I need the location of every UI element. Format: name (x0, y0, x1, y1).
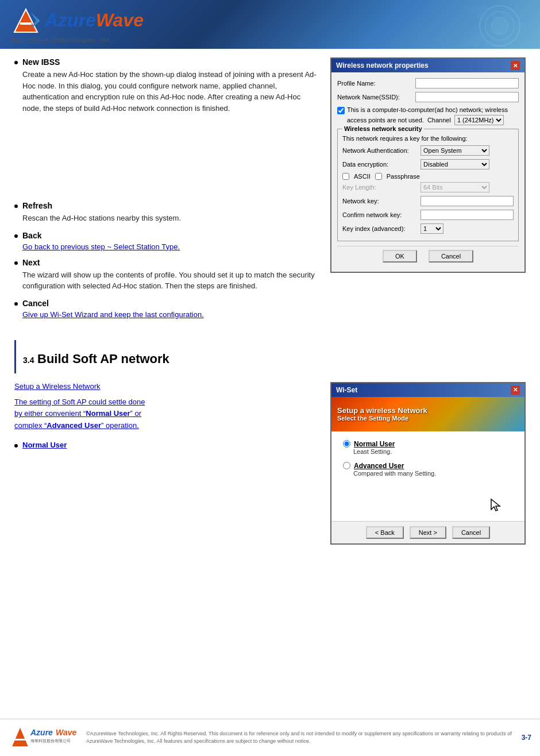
soft-ap-text-5: ” operation. (101, 421, 139, 430)
wiset-titlebar: Wi-Set ✕ (331, 383, 524, 397)
dialog-titlebar: Wireless network properties ✕ (331, 59, 524, 72)
confirm-key-input[interactable] (421, 210, 514, 220)
key-length-select: 64 Bits (421, 182, 489, 192)
key-index-select[interactable]: 1 (421, 223, 443, 234)
network-name-input[interactable] (415, 92, 519, 102)
encryption-row: Data encryption: Disabled (342, 159, 514, 169)
key-index-row: Key index (advanced): 1 (342, 223, 514, 234)
bullet-dot-cancel (14, 302, 18, 306)
header-decoration (414, 3, 529, 49)
adhoc-checkbox-row: This is a computer-to-computer(ad hoc) n… (337, 106, 519, 125)
dialog-cancel-button[interactable]: Cancel (429, 250, 473, 263)
normal-user-radio[interactable] (343, 440, 350, 448)
wiset-dialog: Wi-Set ✕ Setup a wireless Network Select… (330, 382, 526, 545)
dialog-ok-button[interactable]: OK (383, 250, 417, 263)
bullet-dot-refresh (14, 205, 18, 208)
security-group-content: This network requires a key for the foll… (342, 133, 514, 234)
cancel-title: Cancel (22, 299, 319, 308)
logo-subtitle: AzureWave Technologies, Inc. (11, 36, 112, 43)
refresh-text: Rescan the Ad-Hoc stations nearby this s… (22, 213, 319, 224)
setup-wireless-link[interactable]: Setup a Wireless Network (14, 382, 101, 391)
page-number: 3-7 (522, 734, 531, 742)
dialog-title: Wireless network properties (336, 61, 429, 70)
adhoc-label: This is a computer-to-computer(ad hoc) n… (347, 106, 508, 114)
next-text: The wizard will show up the contents of … (22, 269, 319, 292)
logo-icon (11, 6, 40, 35)
new-ibss-title: New IBSS (22, 57, 319, 67)
auth-label: Network Authentication: (342, 147, 417, 154)
channel-row: access points are not used. Channel 1 (2… (347, 115, 508, 125)
profile-name-row: Profile Name: (337, 78, 519, 88)
advanced-user-radio-row: Advanced User (343, 462, 513, 470)
wiset-header-title: Setup a wireless Network (337, 406, 519, 415)
ascii-label: ASCII (354, 173, 371, 180)
bottom-left-column: Setup a Wireless Network The setting of … (14, 382, 319, 545)
network-key-label: Network key: (342, 198, 417, 205)
bullet-dot-next (14, 261, 18, 265)
footer-copyright: ©AzureWave Technologies, Inc. All Rights… (86, 730, 513, 745)
section-34-container: 3.4 Build Soft AP network (14, 340, 526, 373)
normal-user-link[interactable]: Normal User (22, 441, 67, 449)
ascii-row: ASCII Passphrase (342, 173, 514, 180)
auth-select[interactable]: Open System (421, 145, 489, 156)
passphrase-checkbox[interactable] (375, 173, 382, 180)
svg-rect-11 (15, 739, 25, 740)
page-header: Azure Wave AzureWave Technologies, Inc. (0, 0, 540, 49)
new-ibss-text: Create a new Ad-Hoc station by the shown… (22, 69, 319, 114)
soft-ap-advanced-user-bold: Advanced User (47, 421, 101, 430)
cursor-area (343, 484, 513, 512)
company-logo: Azure Wave AzureWave Technologies, Inc. (11, 6, 144, 43)
channel-select[interactable]: 1 (2412MHz) (454, 115, 504, 125)
profile-name-input[interactable] (415, 78, 519, 88)
cancel-link[interactable]: Give up Wi-Set Wizard and keep the last … (22, 310, 319, 319)
encryption-select[interactable]: Disabled (421, 159, 489, 169)
soft-ap-description: The setting of Soft AP could settle done… (14, 396, 319, 432)
advanced-user-radio-label: Advanced User (354, 462, 404, 470)
cancel-section: Cancel Give up Wi-Set Wizard and keep th… (14, 299, 319, 319)
svg-marker-7 (460, 6, 523, 46)
wireless-dialog-column: Wireless network properties ✕ Profile Na… (330, 57, 526, 326)
section-title-bold: Build Soft AP network (37, 352, 169, 366)
wiset-header-subtitle: Select the Setting Mode (337, 415, 519, 422)
bullet-dot-normal-user (14, 444, 18, 448)
confirm-key-row: Confirm network key: (342, 210, 514, 220)
network-key-input[interactable] (421, 196, 514, 206)
normal-user-radio-label: Normal User (354, 440, 395, 448)
new-ibss-content: New IBSS Create a new Ad-Hoc station by … (22, 57, 319, 114)
refresh-title: Refresh (22, 201, 319, 210)
wiset-dialog-column: Wi-Set ✕ Setup a wireless Network Select… (330, 382, 526, 545)
soft-ap-normal-user-bold: Normal User (86, 409, 130, 418)
access-points-label: access points are not used. (347, 117, 424, 124)
wiset-close-button[interactable]: ✕ (511, 385, 520, 395)
next-title: Next (22, 258, 319, 267)
wireless-properties-dialog: Wireless network properties ✕ Profile Na… (330, 57, 526, 273)
section-34-heading: 3.4 Build Soft AP network (23, 352, 526, 367)
svg-marker-9 (11, 727, 29, 747)
key-length-label: Key Length: (342, 184, 417, 191)
advanced-user-radio[interactable] (343, 462, 350, 469)
back-section: Back Go back to previous step ~ Select S… (14, 231, 319, 251)
logo-azure-text: Azure (45, 10, 96, 31)
main-content: New IBSS Create a new Ad-Hoc station by … (0, 49, 540, 599)
adhoc-checkbox[interactable] (337, 107, 345, 114)
dialog-buttons: OK Cancel (337, 246, 519, 266)
wiset-next-button[interactable]: Next > (410, 526, 446, 539)
wiset-back-button[interactable]: < Back (366, 526, 404, 539)
dialog-close-button[interactable]: ✕ (511, 61, 520, 70)
next-content: Next The wizard will show up the content… (22, 258, 319, 292)
refresh-content: Refresh Rescan the Ad-Hoc stations nearb… (22, 201, 319, 224)
key-length-row: Key Length: 64 Bits (342, 182, 514, 192)
bottom-section: Setup a Wireless Network The setting of … (14, 382, 526, 545)
wiset-title: Wi-Set (336, 386, 357, 394)
normal-user-content: Normal User (22, 441, 319, 449)
passphrase-label: Passphrase (387, 173, 420, 180)
svg-text:Azure: Azure (30, 728, 53, 737)
bullet-dot-back (14, 234, 18, 238)
channel-label: Channel (427, 117, 451, 124)
normal-user-option: Normal User Least Setting. (343, 440, 513, 455)
wiset-cancel-button[interactable]: Cancel (452, 526, 490, 539)
back-link[interactable]: Go back to previous step ~ Select Statio… (22, 242, 319, 251)
top-section: New IBSS Create a new Ad-Hoc station by … (14, 57, 526, 326)
ascii-checkbox[interactable] (342, 173, 349, 180)
soft-ap-text-4: complex “ (14, 421, 47, 430)
